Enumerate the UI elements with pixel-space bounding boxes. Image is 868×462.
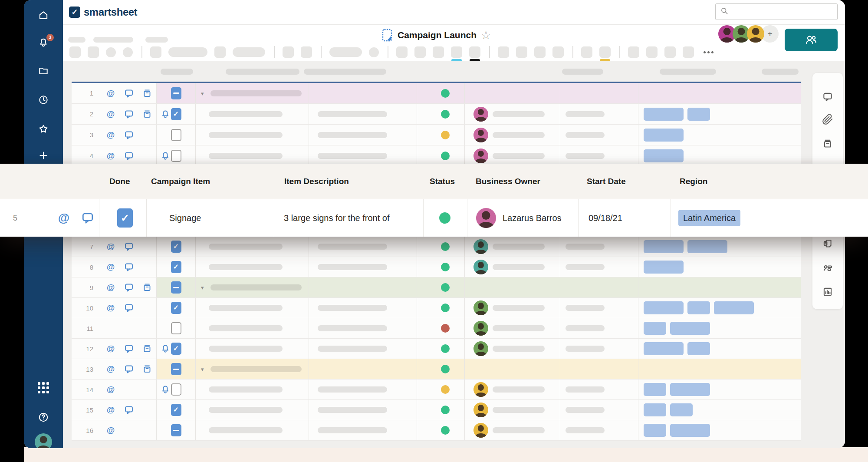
cell-campaign-item[interactable] bbox=[195, 400, 309, 420]
campaign-item-cell[interactable]: Signage bbox=[169, 199, 201, 237]
toolbar-button-skeleton[interactable] bbox=[88, 46, 99, 58]
done-checkbox[interactable] bbox=[171, 343, 181, 355]
toolbar-button-skeleton[interactable] bbox=[414, 46, 426, 58]
collaborator-avatars[interactable]: + bbox=[718, 25, 779, 43]
cell-region[interactable] bbox=[638, 257, 801, 277]
cell-region[interactable] bbox=[638, 318, 801, 338]
table-row[interactable]: 11 bbox=[72, 318, 801, 339]
cell-status[interactable] bbox=[417, 145, 464, 166]
cell-done[interactable] bbox=[156, 104, 195, 124]
cell-start-date[interactable] bbox=[560, 380, 638, 399]
comment-icon[interactable] bbox=[124, 262, 134, 272]
search-input[interactable] bbox=[715, 3, 838, 20]
cell-business-owner[interactable] bbox=[464, 318, 560, 338]
cell-status[interactable] bbox=[417, 298, 464, 318]
cell-start-date[interactable] bbox=[560, 83, 638, 103]
collapse-arrow-icon[interactable]: ▾ bbox=[201, 284, 204, 291]
toolbar-button-skeleton[interactable] bbox=[498, 46, 509, 58]
region-cell[interactable]: Latin America bbox=[678, 210, 740, 226]
comment-icon[interactable] bbox=[81, 211, 95, 225]
column-header-skeleton[interactable] bbox=[562, 69, 603, 75]
home-icon[interactable] bbox=[38, 10, 49, 21]
collapse-arrow-icon[interactable]: ▾ bbox=[201, 90, 204, 96]
cell-done[interactable] bbox=[156, 298, 195, 318]
folder-icon[interactable] bbox=[38, 65, 49, 76]
done-checkbox[interactable] bbox=[171, 281, 181, 294]
column-header-campaign-item[interactable]: Campaign Item bbox=[151, 164, 210, 199]
cell-item-description[interactable] bbox=[309, 277, 417, 297]
table-row[interactable]: 3@ bbox=[72, 125, 801, 145]
favorite-star-icon[interactable]: ☆ bbox=[481, 30, 491, 41]
toolbar-button-skeleton[interactable] bbox=[69, 46, 81, 58]
proofs-icon[interactable] bbox=[822, 138, 833, 149]
done-checkbox[interactable] bbox=[171, 383, 181, 396]
toolbar-button-skeleton[interactable] bbox=[469, 46, 480, 58]
cell-done[interactable] bbox=[156, 318, 195, 338]
cell-campaign-item[interactable]: ▾ bbox=[195, 277, 309, 297]
cell-region[interactable] bbox=[638, 359, 801, 379]
status-indicator[interactable] bbox=[439, 212, 450, 224]
attachment-icon[interactable]: @ bbox=[105, 88, 116, 99]
cell-region[interactable] bbox=[638, 83, 801, 103]
cell-start-date[interactable] bbox=[560, 257, 638, 277]
toolbar-button-skeleton[interactable] bbox=[628, 46, 639, 58]
toolbar-button-skeleton[interactable] bbox=[599, 46, 611, 58]
cell-business-owner[interactable] bbox=[464, 104, 560, 124]
breadcrumb[interactable] bbox=[68, 37, 85, 43]
attachment-icon[interactable]: @ bbox=[105, 241, 116, 252]
toolbar-button-skeleton[interactable] bbox=[451, 46, 462, 58]
table-row[interactable]: 2@ bbox=[72, 104, 801, 125]
cell-status[interactable] bbox=[417, 420, 464, 440]
cell-status[interactable] bbox=[417, 339, 464, 359]
cell-status[interactable] bbox=[417, 125, 464, 145]
table-row[interactable]: 12@ bbox=[72, 339, 801, 359]
done-checkbox[interactable] bbox=[171, 404, 181, 416]
cell-status[interactable] bbox=[417, 83, 464, 103]
cell-region[interactable] bbox=[638, 125, 801, 145]
toolbar-button-skeleton[interactable] bbox=[301, 46, 312, 58]
attachment-icon[interactable]: @ bbox=[105, 303, 116, 313]
cell-campaign-item[interactable] bbox=[195, 298, 309, 318]
column-header-status[interactable]: Status bbox=[430, 164, 455, 199]
table-row[interactable]: 4@ bbox=[72, 145, 801, 166]
toolbar-button-skeleton[interactable] bbox=[664, 46, 676, 58]
comment-icon[interactable] bbox=[124, 282, 134, 293]
attachment-icon[interactable]: @ bbox=[105, 405, 116, 415]
toolbar-button-skeleton[interactable] bbox=[581, 46, 592, 58]
cell-start-date[interactable] bbox=[560, 298, 638, 318]
attachment-icon[interactable]: @ bbox=[105, 151, 116, 161]
cell-start-date[interactable] bbox=[560, 339, 638, 359]
done-checkbox[interactable] bbox=[171, 302, 181, 314]
toolbar-button-skeleton[interactable] bbox=[369, 47, 379, 57]
table-row[interactable]: 15@ bbox=[72, 400, 801, 420]
done-checkbox[interactable] bbox=[171, 322, 181, 334]
recents-icon[interactable] bbox=[38, 94, 49, 106]
cell-business-owner[interactable] bbox=[464, 237, 560, 257]
cell-item-description[interactable] bbox=[309, 298, 417, 318]
cell-item-description[interactable] bbox=[309, 104, 417, 124]
cell-status[interactable] bbox=[417, 257, 464, 277]
more-options-icon[interactable] bbox=[704, 51, 713, 53]
cell-start-date[interactable] bbox=[560, 104, 638, 124]
table-row[interactable]: 7@ bbox=[72, 237, 801, 257]
toolbar-button-skeleton[interactable] bbox=[283, 46, 294, 58]
cell-campaign-item[interactable] bbox=[195, 104, 309, 124]
breadcrumb[interactable] bbox=[145, 37, 168, 43]
attachments-icon[interactable] bbox=[822, 114, 833, 125]
toolbar-button-skeleton[interactable] bbox=[433, 46, 444, 58]
toolbar-button-skeleton[interactable] bbox=[168, 47, 207, 57]
comment-icon[interactable] bbox=[124, 241, 134, 252]
cell-start-date[interactable] bbox=[560, 277, 638, 297]
cell-region[interactable] bbox=[638, 298, 801, 318]
table-row[interactable]: 1@▾ bbox=[72, 83, 801, 104]
cell-start-date[interactable] bbox=[560, 145, 638, 166]
toolbar-button-skeleton[interactable] bbox=[396, 46, 408, 58]
cell-campaign-item[interactable] bbox=[195, 145, 309, 166]
table-row[interactable]: 16@ bbox=[72, 420, 801, 441]
toolbar-button-skeleton[interactable] bbox=[646, 46, 658, 58]
breadcrumb[interactable] bbox=[93, 37, 133, 43]
proof-icon[interactable] bbox=[142, 282, 152, 293]
proof-icon[interactable] bbox=[142, 88, 152, 99]
cell-business-owner[interactable] bbox=[464, 380, 560, 399]
column-header-start-date[interactable]: Start Date bbox=[587, 164, 626, 199]
